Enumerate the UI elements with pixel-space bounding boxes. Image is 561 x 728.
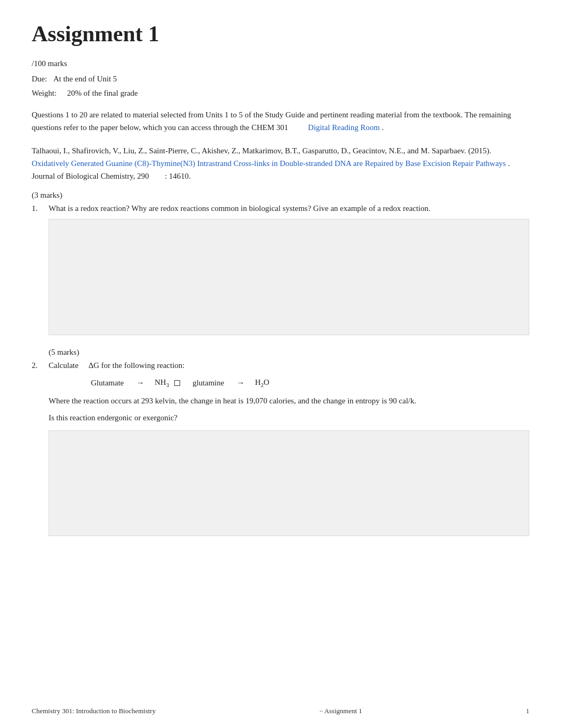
q2-detail2: Is this reaction endergonic or exergonic… — [49, 411, 529, 424]
question-1-item: 1. What is a redox reaction? Why are red… — [32, 202, 529, 215]
weight-value: 20% of the final grade — [67, 89, 138, 97]
due-line: Due: At the end of Unit 5 — [32, 75, 529, 84]
eq-arrow1: → — [136, 376, 144, 389]
q1-number: 1. — [32, 202, 44, 215]
eq-arrow3: → — [237, 376, 245, 389]
q1-marks: (3 marks) — [32, 191, 529, 200]
equation-reactant1: Glutamate — [91, 376, 124, 389]
citation-text: Talhaoui, I., Shafirovich, V., Liu, Z., … — [32, 144, 529, 182]
question-2-item: 2. Calculate ΔG for the following reacti… — [32, 359, 529, 372]
equation-line: Glutamate → NH3 glutamine → H2O — [74, 376, 529, 390]
footer-left: Chemistry 301: Introduction to Biochemis… — [32, 707, 156, 715]
footer-right: 1 — [526, 707, 529, 715]
q2-delta-g: ΔG for the following reaction: — [88, 361, 184, 370]
q1-text: What is a redox reaction? Why are redox … — [49, 202, 529, 215]
q2-text: Calculate ΔG for the following reaction: — [49, 359, 529, 372]
intro-text: Questions 1 to 20 are related to materia… — [32, 108, 529, 134]
due-value: At the end of Unit 5 — [53, 75, 117, 83]
citation-link[interactable]: Oxidatively Generated Guanine (C8)-Thymi… — [32, 159, 506, 168]
footer-center: ·· Assignment 1 — [320, 707, 362, 715]
weight-line: Weight: 20% of the final grade — [32, 89, 529, 98]
eq-checkbox — [174, 380, 180, 386]
citation-block: Talhaoui, I., Shafirovich, V., Liu, Z., … — [32, 144, 529, 182]
page-footer: Chemistry 301: Introduction to Biochemis… — [32, 707, 529, 715]
marks-text: /100 marks — [32, 59, 67, 68]
due-label: Due: — [32, 75, 47, 84]
q2-detail1: Where the reaction occurs at 293 kelvin,… — [49, 394, 529, 407]
q2-calculate-label: Calculate — [49, 361, 79, 370]
digital-reading-room-link[interactable]: Digital Reading Room — [308, 123, 380, 132]
citation-text-3: : 14610. — [165, 172, 191, 180]
citation-text-1: Talhaoui, I., Shafirovich, V., Liu, Z., … — [32, 146, 491, 155]
question-1-block: (3 marks) 1. What is a redox reaction? W… — [32, 191, 529, 335]
eq-nh3: NH3 — [155, 376, 169, 390]
intro-text-1: Questions 1 to 20 are related to materia… — [32, 110, 511, 132]
q2-number: 2. — [32, 359, 44, 372]
q1-answer-box[interactable] — [49, 219, 529, 335]
question-2-block: (5 marks) 2. Calculate ΔG for the follow… — [32, 348, 529, 536]
marks-line: /100 marks — [32, 59, 529, 68]
eq-glutamine: glutamine — [192, 376, 224, 389]
q2-marks: (5 marks) — [32, 348, 529, 357]
page-title: Assignment 1 — [32, 21, 529, 47]
intro-text-period: . — [382, 123, 384, 132]
intro-paragraph: Questions 1 to 20 are related to materia… — [32, 108, 529, 134]
eq-h2o: H2O — [255, 376, 269, 390]
q2-detail1-block: Where the reaction occurs at 293 kelvin,… — [32, 394, 529, 407]
q2-answer-box[interactable] — [49, 430, 529, 536]
q2-detail2-block: Is this reaction endergonic or exergonic… — [32, 411, 529, 424]
weight-label: Weight: — [32, 89, 57, 98]
